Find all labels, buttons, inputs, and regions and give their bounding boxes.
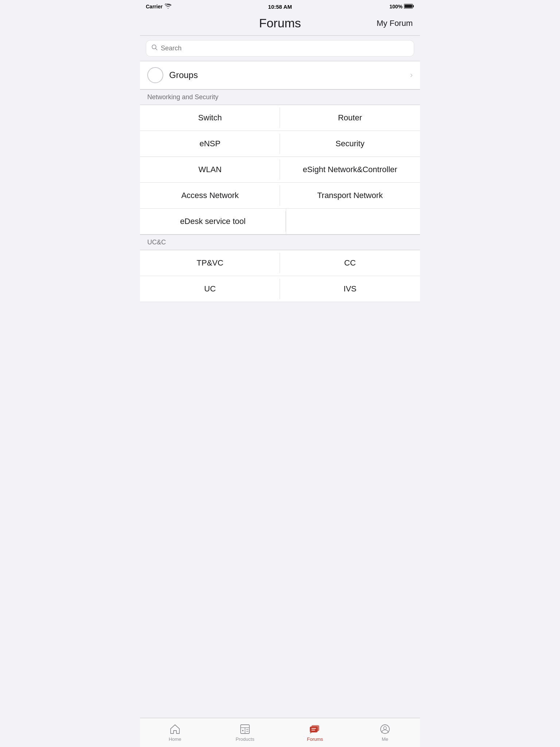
forum-item-wlan[interactable]: WLAN [140, 157, 280, 182]
forum-item-router[interactable]: Router [280, 105, 420, 131]
battery-icon [404, 4, 414, 10]
search-icon [151, 44, 158, 53]
forum-item-uc[interactable]: UC [140, 276, 280, 302]
page-header: Forums My Forum [140, 13, 420, 35]
forum-item-ensp[interactable]: eNSP [140, 131, 280, 156]
forum-item-transport-network[interactable]: Transport Network [280, 183, 420, 208]
grid-row-edesk: eDesk service tool [140, 209, 420, 235]
grid-row-ensp-security: eNSP Security [140, 131, 420, 157]
forum-item-access-network[interactable]: Access Network [140, 183, 280, 208]
status-right: 100% [389, 4, 414, 10]
status-time: 10:58 AM [268, 4, 292, 10]
forum-item-security[interactable]: Security [280, 131, 420, 156]
groups-row[interactable]: Groups › [140, 61, 420, 89]
svg-rect-2 [405, 4, 412, 8]
groups-icon [147, 67, 163, 83]
wifi-icon [165, 4, 171, 10]
groups-label: Groups [169, 70, 410, 80]
forum-item-cc[interactable]: CC [280, 250, 420, 276]
forum-item-switch[interactable]: Switch [140, 105, 280, 131]
svg-line-4 [156, 49, 158, 50]
grid-row-switch-router: Switch Router [140, 105, 420, 131]
forum-item-edesk[interactable]: eDesk service tool [140, 209, 286, 234]
groups-chevron: › [410, 70, 413, 80]
svg-rect-1 [413, 5, 414, 7]
forum-item-ivs[interactable]: IVS [280, 276, 420, 302]
grid-row-access-transport: Access Network Transport Network [140, 183, 420, 209]
battery-label: 100% [389, 4, 402, 9]
my-forum-button[interactable]: My Forum [377, 19, 413, 28]
forum-item-esight[interactable]: eSight Network&Controller [280, 157, 420, 182]
status-bar: Carrier 10:58 AM 100% [140, 0, 420, 13]
search-bar[interactable] [146, 40, 414, 57]
section-header-ucc: UC&C [140, 235, 420, 250]
section-header-networking: Networking and Security [140, 89, 420, 105]
grid-row-tpvc-cc: TP&VC CC [140, 250, 420, 276]
content-area: Groups › Networking and Security Switch … [140, 36, 420, 331]
search-container [140, 36, 420, 61]
search-input[interactable] [161, 44, 409, 52]
grid-row-wlan-esight: WLAN eSight Network&Controller [140, 157, 420, 183]
grid-row-uc-ivs: UC IVS [140, 276, 420, 302]
grid-cell-empty [286, 209, 420, 234]
status-left: Carrier [146, 4, 171, 10]
page-title: Forums [259, 16, 301, 30]
carrier-label: Carrier [146, 4, 163, 9]
forum-item-tpvc[interactable]: TP&VC [140, 250, 280, 276]
